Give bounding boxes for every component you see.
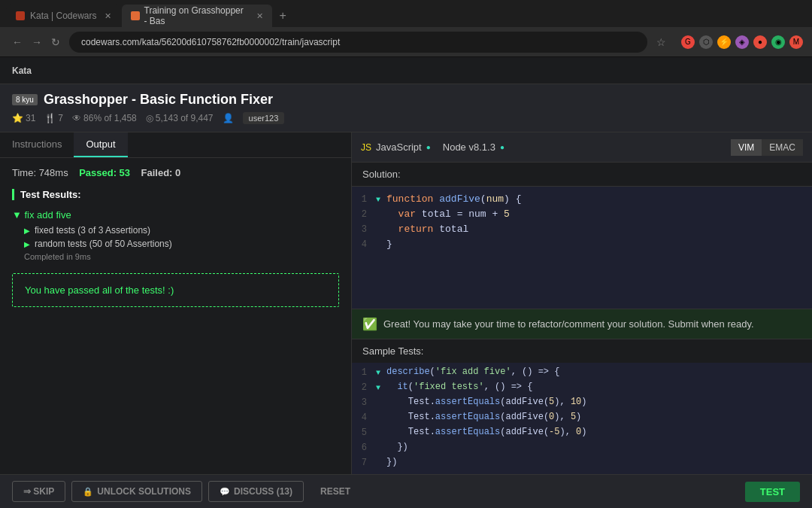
kata-title: Grasshopper - Basic Function Fixer [44,92,273,108]
sample-code-editor[interactable]: 1 ▼ describe('fix add five', () => { 2 ▼… [352,363,812,474]
solution-label: Solution: [352,163,812,187]
time-value: 748ms [39,167,68,178]
success-message: ✅ Great! You may take your time to refac… [352,309,812,339]
random-tests-label: random tests (50 of 50 Assertions) [35,239,172,249]
sample-line-2: 2 ▼ it('fixed tests', () => { [352,381,812,396]
kata-user: 👤 [223,113,234,123]
test-button[interactable]: TEST [745,482,800,502]
random-tests-arrow: ▶ [24,240,30,248]
tab-kata-label: Kata | Codewars [30,11,97,21]
passed-value: Passed: 53 [79,167,130,178]
success-box: You have passed all of the tests! :) [12,273,339,307]
left-panel: Instructions Output Time: 748ms Passed: … [0,132,352,474]
kata-stars: ⭐ 31 [12,113,35,123]
right-panel: JS JavaScript ● Node v8.1.3 ● VIM EMAC S… [352,132,812,474]
node-label: Node v8.1.3 [443,141,495,153]
fixed-tests-arrow: ▶ [24,227,30,235]
app-logo: Kata [12,65,32,76]
discuss-label: DISCUSS (13) [234,486,292,497]
back-button[interactable]: ← [9,35,26,50]
editor-mode-buttons: VIM EMAC [731,139,803,156]
solution-editor[interactable]: 1 ▼ function addFive(num) { 2 var total … [352,187,812,309]
tab-favicon-train [131,11,140,21]
language-selector[interactable]: JS JavaScript ● [361,141,431,153]
tab-train-label: Training on Grasshopper - Bas [144,5,249,26]
nav-buttons: ← → ↻ [9,35,63,50]
unlock-solutions-button[interactable]: 🔒 UNLOCK SOLUTIONS [71,481,202,502]
lock-icon: 🔒 [83,487,93,497]
sample-tests-section: Sample Tests: 1 ▼ describe('fix add five… [352,339,812,474]
js-icon: JS [361,142,371,153]
user-tag: user123 [243,112,285,124]
kata-percent: 👁 86% of 1,458 [72,113,137,123]
code-line-2: 2 var total = num + 5 [352,208,812,223]
kata-solutions: ◎ 5,143 of 9,447 [146,113,214,123]
language-label: JavaScript [376,141,422,153]
panel-tabs-row: Instructions Output [0,132,351,158]
lang-dropdown-arrow: ● [426,143,431,151]
sample-line-1: 1 ▼ describe('fix add five', () => { [352,366,812,381]
new-tab-button[interactable]: + [274,9,292,23]
reset-button[interactable]: RESET [310,482,361,501]
fixed-tests-label: fixed tests (3 of 3 Assertions) [35,225,150,236]
emacs-button[interactable]: EMAC [762,139,803,156]
app-container: Kata 8 kyu Grasshopper - Basic Function … [0,57,812,508]
tab-favicon-cw [15,11,26,21]
ext-icon-5: ◉ [771,35,785,49]
browser-chrome: Kata | Codewars ✕ Training on Grasshoppe… [0,0,812,57]
app-topbar: Kata [0,57,812,84]
test-results-label: Test Results: [12,189,339,200]
node-dropdown-arrow: ● [500,143,504,151]
test-suite: ▼ fix add five ▶ fixed tests (3 of 3 Ass… [12,209,339,261]
fixed-tests-item[interactable]: ▶ fixed tests (3 of 3 Assertions) [24,225,339,236]
sample-tests-label: Sample Tests: [352,339,812,363]
output-content: Time: 748ms Passed: 53 Failed: 0 Test Re… [0,158,351,474]
address-input[interactable] [69,32,647,53]
tab-close-train[interactable]: ✕ [256,11,263,21]
time-label: Time: [12,167,39,178]
bottom-bar: ⇒ SKIP 🔒 UNLOCK SOLUTIONS 💬 DISCUSS (13)… [0,474,812,508]
time-line: Time: 748ms Passed: 53 Failed: 0 [12,167,339,178]
sample-line-3: 3 Test.assertEquals(addFive(5), 10) [352,396,812,411]
discuss-button[interactable]: 💬 DISCUSS (13) [208,481,304,502]
ext-icon-6: M [789,35,803,49]
forward-button[interactable]: → [29,35,45,50]
code-line-4: 4 } [352,238,812,253]
suite-name: ▼ fix add five [12,209,339,221]
code-line-3: 3 return total [352,223,812,238]
right-toolbar: JS JavaScript ● Node v8.1.3 ● VIM EMAC [352,132,812,163]
ext-icon-3: ◈ [735,35,749,49]
skip-button[interactable]: ⇒ SKIP [12,481,65,502]
vim-button[interactable]: VIM [731,139,762,156]
success-msg: You have passed all of the tests! :) [25,284,174,296]
random-tests-item[interactable]: ▶ random tests (50 of 50 Assertions) [24,239,339,249]
tab-close-kata[interactable]: ✕ [105,11,111,21]
tab-instructions[interactable]: Instructions [0,132,74,157]
kata-meta: ⭐ 31 🍴 7 👁 86% of 1,458 ◎ 5,143 of 9,447… [12,112,800,124]
success-text: Great! You may take your time to refacto… [383,318,754,330]
google-icon: G [681,35,695,49]
bookmark-icon[interactable]: ☆ [653,35,669,50]
tab-kata[interactable]: Kata | Codewars ✕ [6,5,120,27]
tab-bar: Kata | Codewars ✕ Training on Grasshoppe… [0,0,812,27]
tab-train[interactable]: Training on Grasshopper - Bas ✕ [122,5,272,27]
ext-icon-4: ● [753,35,767,49]
node-selector[interactable]: Node v8.1.3 ● [443,141,504,153]
tab-output[interactable]: Output [74,132,127,157]
code-line-1: 1 ▼ function addFive(num) { [352,193,812,208]
sample-line-4: 4 Test.assertEquals(addFive(0), 5) [352,411,812,426]
sample-line-6: 6 }) [352,441,812,456]
refresh-button[interactable]: ↻ [48,35,63,50]
sample-line-5: 5 Test.assertEquals(addFive(-5), 0) [352,426,812,441]
sample-line-7: 7 }) [352,456,812,471]
browser-icons: G ⬡ ⚡ ◈ ● ◉ M [681,35,803,49]
chat-icon: 💬 [220,487,230,497]
unlock-label: UNLOCK SOLUTIONS [97,486,191,497]
kata-rank: 8 kyu [12,94,38,105]
address-bar: ← → ↻ ☆ G ⬡ ⚡ ◈ ● ◉ M [0,27,812,57]
failed-value: Failed: 0 [141,167,181,178]
kata-header: 8 kyu Grasshopper - Basic Function Fixer… [0,84,812,132]
main-split: Instructions Output Time: 748ms Passed: … [0,132,812,474]
completed-text: Completed in 9ms [24,252,339,261]
ext-icon-1: ⬡ [699,35,713,49]
